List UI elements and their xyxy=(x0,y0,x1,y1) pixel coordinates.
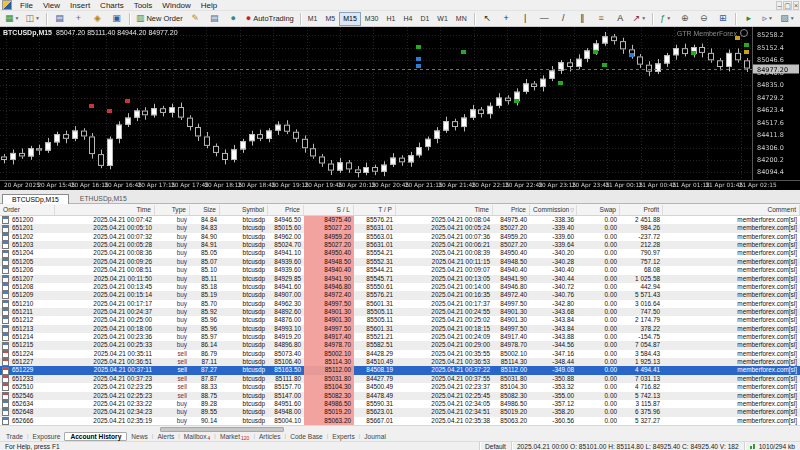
tab-journal[interactable]: Journal xyxy=(360,433,390,440)
zoom-in-button[interactable]: ⊕ xyxy=(676,11,693,26)
auto-scroll-button[interactable]: ▸ xyxy=(740,11,757,26)
templates-button[interactable]: ▨▼ xyxy=(778,11,796,26)
column-header-swap[interactable]: Swap xyxy=(577,205,620,215)
timeframe-button-m30[interactable]: M30 xyxy=(361,12,383,26)
column-header-comment[interactable]: Comment xyxy=(663,205,800,215)
history-row[interactable]: 6512152025.04.21 00:25:33buy86.14btcusdp… xyxy=(0,341,800,349)
history-row[interactable]: 6512052025.04.21 00:09:26buy85.07btcusdp… xyxy=(0,258,800,266)
history-row[interactable]: 6512062025.04.21 00:08:51buy85.10btcusdp… xyxy=(0,266,800,274)
price-chart[interactable]: BTCUSDp,M1585047.20 85111.40 84944.20 84… xyxy=(0,27,800,190)
menu-item-view[interactable]: View xyxy=(38,1,65,10)
menu-item-window[interactable]: Window xyxy=(157,1,195,10)
history-row[interactable]: 6512002025.04.21 00:07:42buy84.84btcusdp… xyxy=(0,216,800,224)
profiles-button[interactable]: ◫▼ xyxy=(23,11,41,26)
timeframe-button-h1[interactable]: H1 xyxy=(382,12,399,26)
history-row[interactable]: 6512042025.04.21 00:08:36buy85.05btcusdp… xyxy=(0,249,800,257)
chart-tab-ethusdp-m15[interactable]: ETHUSDp,M15 xyxy=(70,193,137,203)
column-header-order[interactable]: Order xyxy=(0,205,55,215)
column-header-tp[interactable]: T / P xyxy=(354,205,396,215)
fibonacci-button[interactable]: ≡ xyxy=(593,11,610,26)
history-row[interactable]: 6526662025.04.21 02:35:19buy90.14btcusdp… xyxy=(0,417,800,425)
market-watch-button[interactable]: ▤ xyxy=(51,11,68,26)
column-header-profit[interactable]: Profit xyxy=(620,205,663,215)
crosshair-button[interactable]: + xyxy=(498,11,515,26)
price-chart-canvas[interactable] xyxy=(0,27,800,190)
minimize-button[interactable]: – xyxy=(776,1,782,10)
channel-button[interactable]: ∥ xyxy=(574,11,591,26)
timeframe-button-d1[interactable]: D1 xyxy=(416,12,433,26)
chart-shift-button[interactable]: ▹▼ xyxy=(759,11,776,26)
cursor-button[interactable]: ↖ xyxy=(479,11,496,26)
history-row[interactable]: 6512092025.04.21 00:15:14buy85.19btcusdp… xyxy=(0,291,800,299)
navigator-button[interactable]: ◈ xyxy=(89,11,106,26)
print-button[interactable]: ▤ xyxy=(206,11,223,26)
restore-button[interactable]: ▢ xyxy=(783,1,792,10)
history-row[interactable]: 6512272025.04.21 00:36:51sell87.11btcusd… xyxy=(0,358,800,366)
history-row[interactable]: 6512012025.04.21 00:05:10buy84.83btcusdp… xyxy=(0,224,800,232)
autotrading-button[interactable]: ●AutoTrading xyxy=(244,11,296,26)
horizontal-scrollbar[interactable] xyxy=(0,425,800,431)
timeframe-button-mn[interactable]: MN xyxy=(452,12,471,26)
history-row[interactable]: 6526482025.04.21 02:34:23buy89.55btcusdp… xyxy=(0,408,800,416)
zoom-out-button[interactable]: ⊖ xyxy=(695,11,712,26)
terminal-button[interactable]: ▣ xyxy=(108,11,125,26)
column-header-open-price[interactable]: Price xyxy=(268,205,304,215)
history-row[interactable]: 6512072025.04.21 00:11:50buy85.11btcusdp… xyxy=(0,275,800,283)
arrows-button[interactable]: ↗▼ xyxy=(631,11,649,26)
column-header-close-time[interactable]: Time xyxy=(396,205,493,215)
tab-mailbox[interactable]: Mailbox4 xyxy=(180,433,215,440)
text-button[interactable]: A xyxy=(612,11,629,26)
history-row[interactable]: 6512332025.04.21 00:37:23sell87.87btcusd… xyxy=(0,375,800,383)
tile-windows-button[interactable]: ⊞ xyxy=(714,11,731,26)
data-window-button[interactable]: + xyxy=(70,11,87,26)
timeframe-button-m1[interactable]: M1 xyxy=(304,12,322,26)
tab-articles[interactable]: Articles xyxy=(255,433,285,440)
tab-news[interactable]: News xyxy=(127,433,152,440)
column-header-commission[interactable]: Commission▽ xyxy=(530,205,577,215)
history-row[interactable]: 6512122025.04.21 00:25:00buy85.96btcusdp… xyxy=(0,316,800,324)
metaeditor-button[interactable]: ✎ xyxy=(187,11,204,26)
timeframe-button-h4[interactable]: H4 xyxy=(399,12,416,26)
status-profile[interactable]: Default xyxy=(479,442,511,450)
timeframe-button-m15[interactable]: M15 xyxy=(339,12,361,26)
horizontal-line-button[interactable]: — xyxy=(536,11,553,26)
timeframe-button-w1[interactable]: W1 xyxy=(433,12,452,26)
history-row[interactable]: 6512242025.04.21 00:35:11sell86.79btcusd… xyxy=(0,350,800,358)
scrollbar-thumb[interactable] xyxy=(160,427,284,432)
tab-exposure[interactable]: Exposure xyxy=(29,433,65,440)
column-header-close-price[interactable]: Price xyxy=(493,205,530,215)
history-row[interactable]: 6512132025.04.21 00:18:06buy85.96btcusdp… xyxy=(0,325,800,333)
tab-trade[interactable]: Trade xyxy=(2,433,27,440)
column-header-size[interactable]: Size xyxy=(190,205,220,215)
menu-item-help[interactable]: Help xyxy=(196,1,222,10)
indicators-button[interactable]: ƒ▼ xyxy=(657,11,674,26)
history-row[interactable]: 6512032025.04.21 00:05:28buy84.91btcusdp… xyxy=(0,241,800,249)
tab-market[interactable]: Market120 xyxy=(216,433,254,440)
history-row[interactable]: 6512102025.04.21 00:17:17buy85.70btcusdp… xyxy=(0,300,800,308)
menu-item-tools[interactable]: Tools xyxy=(129,1,158,10)
chart-tab-btcusdp-m15[interactable]: BTCUSDp,M15 xyxy=(2,194,69,204)
new-order-button[interactable]: ▥New Order xyxy=(134,11,185,26)
vertical-line-button[interactable]: | xyxy=(517,11,534,26)
history-row[interactable]: 6512142025.04.21 00:23:36buy85.97btcusdp… xyxy=(0,333,800,341)
tab-experts[interactable]: Experts xyxy=(328,433,358,440)
column-header-symbol[interactable]: Symbol xyxy=(220,205,268,215)
close-button[interactable]: × xyxy=(793,1,799,10)
history-row[interactable]: 6512292025.04.21 00:37:11sell87.27btcusd… xyxy=(0,366,800,374)
tab-account-history[interactable]: Account History xyxy=(64,432,127,441)
history-row[interactable]: 6525462025.04.21 02:25:23sell88.75btcusd… xyxy=(0,392,800,400)
history-row[interactable]: 6525102025.04.21 02:23:25sell88.33btcusd… xyxy=(0,383,800,391)
webterminal-button[interactable]: ● xyxy=(225,11,242,26)
trendline-button[interactable]: / xyxy=(555,11,572,26)
history-row[interactable]: 6526342025.04.21 02:33:22buy89.28btcusdp… xyxy=(0,400,800,408)
new-chart-button[interactable]: ▦▼ xyxy=(3,11,21,26)
column-header-open-time[interactable]: Time xyxy=(55,205,155,215)
tab-alerts[interactable]: Alerts xyxy=(153,433,178,440)
column-header-sl[interactable]: S / L xyxy=(304,205,354,215)
history-row[interactable]: 6512022025.04.21 00:07:32buy84.90btcusdp… xyxy=(0,233,800,241)
history-row[interactable]: 6512112025.04.21 00:24:37buy85.92btcusdp… xyxy=(0,308,800,316)
timeframe-button-m5[interactable]: M5 xyxy=(321,12,339,26)
menu-item-insert[interactable]: Insert xyxy=(65,1,95,10)
column-header-type[interactable]: Type xyxy=(155,205,190,215)
history-row[interactable]: 6512082025.04.21 00:13:45buy85.18btcusdp… xyxy=(0,283,800,291)
